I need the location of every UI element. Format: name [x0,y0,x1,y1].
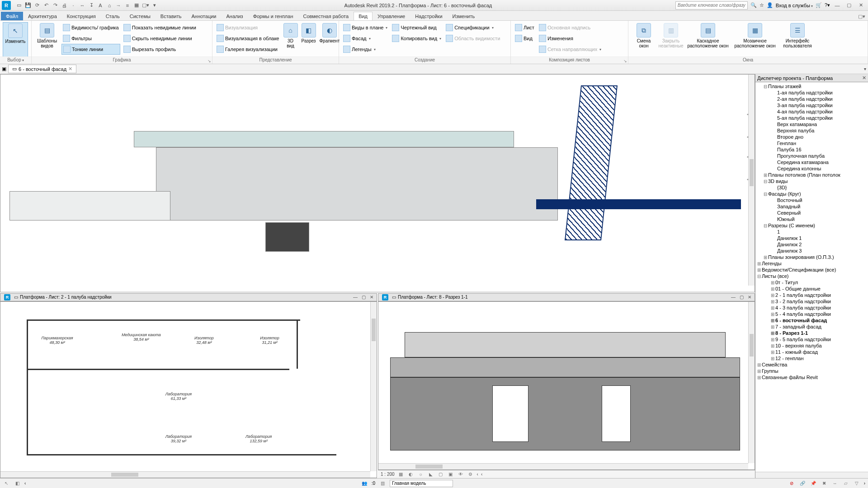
qat-measure-icon[interactable]: ↔ [79,2,86,9]
tree-collapse-icon[interactable]: ⊟ [763,192,768,197]
tree-expand-icon[interactable]: ⊞ [756,375,762,380]
tree-expand-icon[interactable]: ⊞ [770,343,775,348]
sub-min-icon[interactable]: — [352,295,359,300]
workset-icon[interactable]: ▥ [379,480,386,487]
tree-expand-icon[interactable]: ⊞ [763,255,768,260]
thin-lines-button[interactable]: Тонкие линии [61,44,120,55]
tree-item[interactable]: 1 [777,229,780,235]
tree-expand-icon[interactable]: ⊞ [756,267,762,272]
status-filter-icon[interactable]: ◧ [14,480,21,487]
tree-expand-icon[interactable]: ⊞ [770,331,775,336]
menu-modify[interactable]: Изменить [448,12,480,20]
tree-sheet-item[interactable]: 10 - верхняя палуба [775,343,822,348]
sub-min-icon[interactable]: — [730,295,736,300]
tree-expand-icon[interactable]: ⊞ [770,293,775,298]
vcb-hide-icon[interactable]: 👁 [457,471,464,478]
revisions-button[interactable]: Изменения [538,33,603,44]
tree-floorplans[interactable]: Планы этажей [768,84,802,89]
tree-item[interactable]: Верх катамарана [777,122,817,127]
status-link-icon[interactable]: 🔗 [799,480,806,487]
qat-open-icon[interactable]: ▭ [15,2,23,9]
3dview-button[interactable]: ⌂3D вид [283,22,299,57]
canvas-plan[interactable]: Парикмахерская48,30 м² Медицинская каюта… [0,301,377,478]
menu-massing[interactable]: Формы и генплан [248,12,298,20]
menu-structure[interactable]: Конструкция [62,12,101,20]
tree-groups[interactable]: Группы [762,368,778,374]
schedules-button[interactable]: Спецификации [444,22,501,33]
tree-zoning[interactable]: Планы зонирования (О.П.З.) [768,254,834,260]
section-scrollbar-h[interactable] [378,463,748,469]
graphics-expand-icon[interactable]: ↘ [208,59,211,63]
qat-save-icon[interactable]: 💾 [24,2,32,9]
vcb-visual-style-icon[interactable]: ◐ [407,471,415,478]
tree-legends[interactable]: Легенды [762,261,782,266]
status-select-icon[interactable]: ↖ [3,480,10,487]
tree-links[interactable]: Связанные файлы Revit [762,375,818,380]
tree-item[interactable]: Северный [777,210,801,216]
cascade-button[interactable]: ▤Каскадное расположение окон [685,22,731,57]
tree-sheet-item[interactable]: 12 - генплан [775,356,804,361]
qat-text-icon[interactable]: A [97,2,104,9]
tree-item[interactable]: Данилюк 3 [777,248,802,253]
duplicate-view-button[interactable]: Копировать вид [391,33,443,44]
tree-item[interactable]: Прогулочная палуба [777,153,825,159]
tree-sheet-item[interactable]: 8 - Разрез 1-1 [775,330,808,336]
menu-steel[interactable]: Сталь [101,12,125,20]
visibility-button[interactable]: Видимость/ графика [61,22,120,33]
vcb-scale[interactable]: 1 : 200 [381,472,395,477]
qat-print-icon[interactable]: 🖨 [61,2,68,9]
tree-collapse-icon[interactable]: ⊟ [763,84,768,89]
tree-sheet-item[interactable]: 0т - Титул [775,280,798,285]
tree-item[interactable]: 4-ая палуба надстройки [777,109,833,114]
status-arrow-left-icon[interactable]: ‹ [24,481,26,486]
switch-windows-button[interactable]: ⧉Смена окон [631,22,656,57]
tree-item[interactable]: Середина катамарана [777,160,829,165]
tree-item[interactable]: Генплан [777,141,796,146]
tree-item[interactable]: 2-ая палуба надстройки [777,96,833,102]
canvas-elevation[interactable]: +21,000 +18,000 +15,000 +11,500 +9,000 +… [0,74,755,292]
plan-scrollbar-v[interactable] [370,302,377,471]
star-icon[interactable]: ☆ [760,2,764,8]
callout-button[interactable]: ◐Фрагмент [319,22,341,57]
user-interface-button[interactable]: ☰Интерфейс пользователя [779,22,816,57]
tree-sheet-item[interactable]: 7 - западный фасад [775,324,821,329]
modify-button[interactable]: ↖ Изменить [3,22,28,57]
place-view-button[interactable]: Вид [514,33,536,44]
vcb-shadow-icon[interactable]: ◣ [427,471,434,478]
tree-item[interactable]: Западный [777,204,800,209]
sub-close-icon[interactable]: ✕ [746,295,753,300]
tree-schedules[interactable]: Ведомости/Спецификации (все) [762,267,836,272]
menu-file[interactable]: Файл [1,12,23,20]
signin-label[interactable]: Вход в службы [776,3,813,8]
subwindow-section-titlebar[interactable]: R ▭ Платформа - Лист: 8 - Разрез 1-1 — ▢… [378,293,755,301]
tree-expand-icon[interactable]: ⊞ [770,350,775,355]
tree-collapse-icon[interactable]: ⊟ [756,274,762,279]
sub-close-icon[interactable]: ✕ [368,295,375,300]
cut-profile-button[interactable]: Вырезать профиль [122,44,198,55]
vcb-crop-icon[interactable]: ▢ [437,471,444,478]
tree-sheet-item[interactable]: 2 - 1 палуба надстройки [775,292,831,298]
status-arrow-right-icon[interactable]: › [864,481,865,486]
vcb-reveal-icon[interactable]: ⚙ [467,471,474,478]
tree-item[interactable]: 5-ая палуба надстройки [777,115,833,121]
tree-sheet-item-active[interactable]: 6 - восточный фасад [775,318,827,323]
qat-customize-icon[interactable]: ▾ [151,2,158,9]
qat-section-icon[interactable]: → [115,2,122,9]
tree-expand-icon[interactable]: ⊞ [770,312,775,317]
tree-item[interactable]: Середина колонны [777,166,821,171]
qat-switch-win-icon[interactable]: ▢▾ [142,2,149,9]
plan-views-button[interactable]: Виды в плане [342,22,389,33]
tree-expand-icon[interactable]: ⊞ [756,362,762,367]
show-hidden-button[interactable]: Показать невидимые линии [122,22,198,33]
search-icon[interactable]: 🔍 [750,2,757,8]
tree-expand-icon[interactable]: ⊞ [770,305,775,310]
sub-max-icon[interactable]: ▢ [360,295,367,300]
remove-hidden-button[interactable]: Скрыть невидимые линии [122,33,198,44]
status-drag-icon[interactable]: ↔ [831,480,839,487]
tree-sheets[interactable]: Листы (все) [762,273,789,279]
vcb-sun-icon[interactable]: ☼ [417,471,425,478]
menu-insert[interactable]: Вставить [156,12,187,20]
tree-sheet-item[interactable]: 9 - 5 палуба надстройки [775,337,831,342]
sheet-button[interactable]: Лист [514,22,536,33]
menu-systems[interactable]: Системы [125,12,156,20]
